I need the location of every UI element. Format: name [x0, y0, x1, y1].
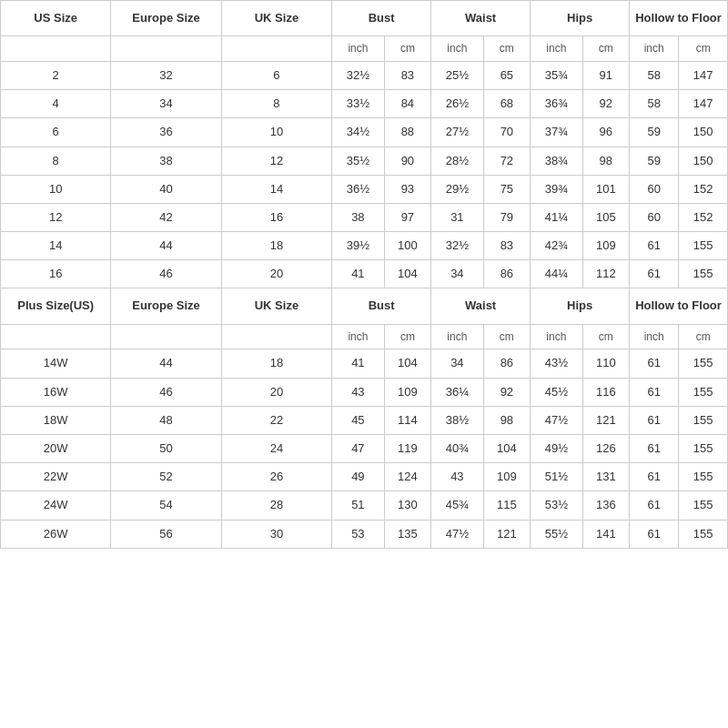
table-cell: 155	[679, 349, 728, 378]
table-cell: 136	[582, 491, 629, 520]
table-cell: 24	[221, 435, 331, 463]
table-cell: 45	[332, 406, 385, 434]
table-cell: 60	[630, 203, 679, 231]
table-cell: 37¾	[531, 118, 583, 147]
table-cell: 58	[630, 90, 679, 118]
subheader-htf-cm: cm	[679, 36, 728, 62]
plus-subheader-bust-cm: cm	[384, 324, 430, 349]
table-cell: 41	[332, 349, 385, 378]
table-cell: 121	[582, 406, 629, 434]
table-cell: 18	[221, 232, 331, 260]
size-chart-table: US Size Europe Size UK Size Bust Waist H…	[0, 0, 728, 549]
table-cell: 61	[630, 232, 679, 260]
header-uk-size: UK Size	[221, 1, 331, 36]
table-cell: 12	[221, 147, 331, 175]
table-cell: 35¾	[531, 61, 583, 89]
table-cell: 51½	[531, 463, 583, 491]
table-cell: 147	[679, 90, 728, 118]
table-cell: 130	[384, 491, 430, 520]
table-row: 14W441841104348643½11061155	[1, 349, 728, 378]
table-cell: 34	[431, 260, 484, 288]
table-cell: 18W	[1, 406, 111, 434]
table-cell: 34	[431, 349, 484, 378]
table-cell: 40	[111, 175, 221, 203]
plus-subheader-waist-cm: cm	[483, 324, 530, 349]
table-cell: 30	[221, 520, 331, 548]
table-row: 8381235½9028½7238¾9859150	[1, 147, 728, 175]
table-cell: 38¾	[531, 147, 583, 175]
table-cell: 79	[483, 203, 530, 231]
table-cell: 27½	[431, 118, 484, 147]
table-cell: 110	[582, 349, 629, 378]
table-row: 434833½8426½6836¾9258147	[1, 90, 728, 118]
table-cell: 150	[679, 147, 728, 175]
table-cell: 14	[1, 232, 111, 260]
table-row: 6361034½8827½7037¾9659150	[1, 118, 728, 147]
plus-subheader-uk	[221, 324, 331, 349]
table-cell: 155	[679, 491, 728, 520]
table-cell: 45½	[531, 378, 583, 406]
table-row: 232632½8325½6535¾9158147	[1, 61, 728, 89]
table-cell: 31	[431, 203, 484, 231]
table-cell: 32	[111, 61, 221, 89]
table-cell: 38	[111, 147, 221, 175]
table-cell: 10	[1, 175, 111, 203]
table-cell: 20W	[1, 435, 111, 463]
table-cell: 86	[483, 260, 530, 288]
table-cell: 16W	[1, 378, 111, 406]
table-cell: 147	[679, 61, 728, 89]
table-cell: 47½	[531, 406, 583, 434]
subheader-bust-cm: cm	[384, 36, 430, 62]
table-cell: 155	[679, 232, 728, 260]
table-cell: 38	[332, 203, 385, 231]
table-cell: 43	[332, 378, 385, 406]
plus-header-waist: Waist	[431, 288, 531, 324]
subheader-uk	[221, 36, 331, 62]
table-cell: 155	[679, 406, 728, 434]
table-cell: 155	[679, 435, 728, 463]
table-cell: 112	[582, 260, 629, 288]
plus-header-us-size: Plus Size(US)	[1, 288, 111, 324]
table-cell: 61	[630, 349, 679, 378]
table-cell: 32½	[431, 232, 484, 260]
table-cell: 61	[630, 491, 679, 520]
standard-header-row: US Size Europe Size UK Size Bust Waist H…	[1, 1, 728, 36]
table-cell: 42	[111, 203, 221, 231]
table-row: 16W46204310936¼9245½11661155	[1, 378, 728, 406]
table-cell: 116	[582, 378, 629, 406]
table-cell: 58	[630, 61, 679, 89]
table-cell: 42¾	[531, 232, 583, 260]
table-row: 1242163897317941¼10560152	[1, 203, 728, 231]
table-cell: 109	[384, 378, 430, 406]
table-cell: 75	[483, 175, 530, 203]
subheader-htf-inch: inch	[630, 36, 679, 62]
table-cell: 39¾	[531, 175, 583, 203]
plus-header-row: Plus Size(US) Europe Size UK Size Bust W…	[1, 288, 728, 324]
table-cell: 28½	[431, 147, 484, 175]
table-row: 22W5226491244310951½13161155	[1, 463, 728, 491]
table-cell: 8	[221, 90, 331, 118]
table-cell: 109	[483, 463, 530, 491]
plus-subheader-us	[1, 324, 111, 349]
table-cell: 20	[221, 378, 331, 406]
standard-subheader-row: inch cm inch cm inch cm inch cm	[1, 36, 728, 62]
table-cell: 59	[630, 118, 679, 147]
table-cell: 16	[1, 260, 111, 288]
header-us-size: US Size	[1, 1, 111, 36]
table-row: 24W54285113045¾11553½13661155	[1, 491, 728, 520]
table-cell: 59	[630, 147, 679, 175]
table-cell: 26	[221, 463, 331, 491]
table-cell: 98	[483, 406, 530, 434]
table-cell: 49½	[531, 435, 583, 463]
table-cell: 47½	[431, 520, 484, 548]
table-cell: 41	[332, 260, 385, 288]
plus-header-bust: Bust	[332, 288, 431, 324]
plus-subheader-eu	[111, 324, 221, 349]
table-cell: 22W	[1, 463, 111, 491]
table-cell: 96	[582, 118, 629, 147]
table-cell: 48	[111, 406, 221, 434]
subheader-eu	[111, 36, 221, 62]
table-cell: 43½	[531, 349, 583, 378]
table-row: 18W48224511438½9847½12161155	[1, 406, 728, 434]
plus-subheader-row: inch cm inch cm inch cm inch cm	[1, 324, 728, 349]
